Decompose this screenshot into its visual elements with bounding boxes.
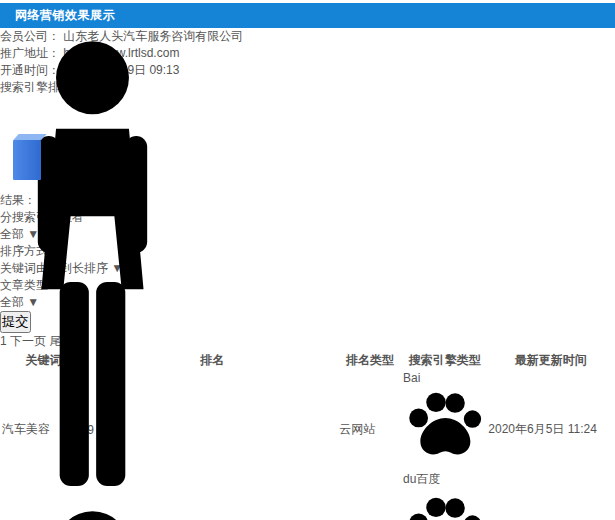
rank-type-cell: 云网站 <box>339 371 401 488</box>
engine-cell: 手机百度 <box>403 490 486 520</box>
illustration-bar-blue <box>13 140 41 180</box>
businessman-figure-left <box>5 34 180 504</box>
column-header: 最新更新时间 <box>488 352 613 369</box>
info-section: 会员公司： 山东老人头汽车服务咨询有限公司 推广地址： https://www.… <box>0 28 615 192</box>
illustration-bar-green <box>41 122 67 180</box>
rank-type-cell: 云网站 <box>339 490 401 520</box>
baidu-logo-text-cn: 百度 <box>416 472 440 486</box>
page-title: 网络营销效果展示 <box>0 7 115 24</box>
bar-chart-illustration <box>5 34 180 186</box>
update-time-cell: 2020年6月20日 16:16 <box>488 490 613 520</box>
baidu-paw-icon <box>403 385 486 468</box>
baidu-pc-logo[interactable]: Baidu百度 <box>403 371 486 486</box>
businessman-figure-right <box>5 504 180 520</box>
column-header: 排名类型 <box>339 352 401 369</box>
baidu-logo-text-du: du <box>403 472 416 486</box>
update-time-cell: 2020年6月5日 11:24 <box>488 371 613 488</box>
baidu-logo-text-bai: Bai <box>403 371 420 385</box>
engine-cell: Baidu百度 <box>403 371 486 488</box>
column-header: 搜索引擎类型 <box>403 352 486 369</box>
baidu-paw-icon <box>403 490 486 520</box>
app-header: 网络营销效果展示 <box>0 3 615 28</box>
